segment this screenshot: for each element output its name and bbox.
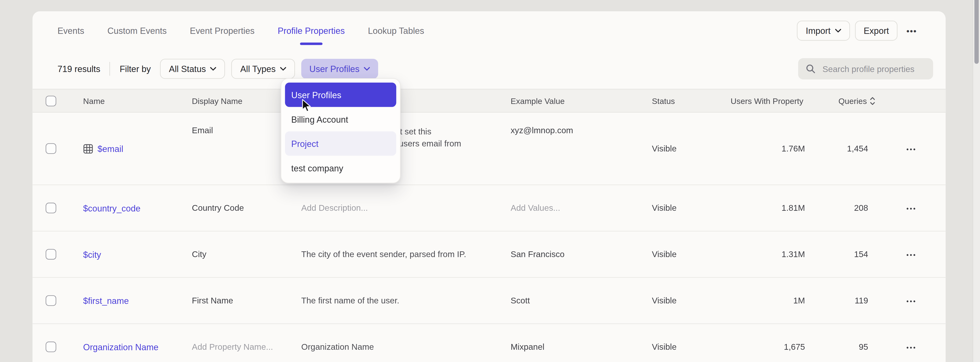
search-input[interactable] bbox=[821, 63, 926, 74]
table-body: $email Email The user's email. You must … bbox=[33, 113, 946, 362]
divider bbox=[110, 62, 110, 76]
property-name-link[interactable]: Organization Name bbox=[83, 342, 192, 352]
filter-by-label: Filter by bbox=[120, 64, 151, 74]
description-cell[interactable]: The first name of the user. bbox=[301, 295, 511, 306]
example-value-cell[interactable]: Scott bbox=[511, 296, 652, 305]
tab-event-properties[interactable]: Event Properties bbox=[190, 15, 255, 46]
status-cell[interactable]: Visible bbox=[652, 342, 730, 351]
property-name-link[interactable]: $city bbox=[83, 249, 192, 259]
search-box[interactable] bbox=[798, 58, 933, 80]
property-name: $city bbox=[83, 249, 101, 259]
property-name-link[interactable]: $email bbox=[83, 144, 192, 154]
table-row[interactable]: $first_name First Name The first name of… bbox=[33, 278, 946, 324]
dropdown-item-project[interactable]: Project bbox=[285, 131, 396, 156]
queries-cell: 154 bbox=[805, 250, 877, 259]
users-with-property-cell: 1M bbox=[730, 296, 805, 305]
status-cell[interactable]: Visible bbox=[652, 144, 730, 153]
row-more-button[interactable]: ••• bbox=[906, 205, 917, 212]
more-options-button[interactable]: ••• bbox=[903, 26, 921, 35]
table-row[interactable]: $email Email The user's email. You must … bbox=[33, 113, 946, 185]
property-name-link[interactable]: $first_name bbox=[83, 295, 192, 306]
scrollbar-thumb[interactable] bbox=[974, 0, 979, 64]
queries-cell: 119 bbox=[805, 296, 877, 305]
export-button[interactable]: Export bbox=[855, 21, 898, 41]
lookup-table-icon bbox=[83, 144, 93, 154]
col-header-users-with-property[interactable]: Users With Property bbox=[730, 96, 805, 105]
users-with-property-cell: 1.76M bbox=[730, 144, 805, 153]
tab-bar: Events Custom Events Event Properties Pr… bbox=[57, 15, 424, 46]
row-more-button[interactable]: ••• bbox=[906, 146, 917, 153]
row-more-button[interactable]: ••• bbox=[906, 298, 917, 305]
table-row[interactable]: Organization Name Add Property Name... O… bbox=[33, 324, 946, 362]
queries-cell: 1,454 bbox=[805, 144, 877, 153]
row-checkbox[interactable] bbox=[46, 295, 56, 306]
row-checkbox[interactable] bbox=[46, 341, 56, 352]
property-name-link[interactable]: $country_code bbox=[83, 203, 192, 213]
col-header-name[interactable]: Name bbox=[83, 96, 192, 105]
example-value-cell[interactable]: San Francisco bbox=[511, 250, 652, 259]
property-name: Organization Name bbox=[83, 342, 159, 352]
tab-events[interactable]: Events bbox=[57, 15, 84, 46]
import-button[interactable]: Import bbox=[797, 21, 850, 41]
col-header-example-value[interactable]: Example Value bbox=[511, 96, 652, 105]
row-checkbox[interactable] bbox=[46, 249, 56, 260]
tab-lookup-tables[interactable]: Lookup Tables bbox=[368, 15, 424, 46]
profile-properties-page: Events Custom Events Event Properties Pr… bbox=[0, 0, 980, 362]
row-checkbox[interactable] bbox=[46, 203, 56, 213]
description-cell[interactable]: Organization Name bbox=[301, 341, 511, 353]
chevron-down-icon bbox=[364, 67, 370, 71]
toolbar: Import Export ••• bbox=[797, 21, 921, 41]
col-header-status[interactable]: Status bbox=[652, 96, 730, 105]
status-cell[interactable]: Visible bbox=[652, 250, 730, 259]
table-row[interactable]: $city City The city of the event sender,… bbox=[33, 231, 946, 278]
example-value-cell[interactable]: Add Values... bbox=[511, 203, 652, 213]
example-value-cell[interactable]: xyz@lmnop.com bbox=[511, 113, 652, 135]
select-all-checkbox[interactable] bbox=[46, 95, 56, 106]
queries-cell: 95 bbox=[805, 342, 877, 351]
display-name-cell[interactable]: City bbox=[192, 250, 301, 259]
property-name: $first_name bbox=[83, 295, 129, 306]
row-more-button[interactable]: ••• bbox=[906, 252, 917, 258]
description-cell[interactable]: Add Description... bbox=[301, 202, 511, 214]
vertical-scrollbar[interactable] bbox=[972, 0, 980, 362]
sort-icon[interactable] bbox=[870, 97, 875, 105]
tab-custom-events[interactable]: Custom Events bbox=[107, 15, 167, 46]
content-card: Events Custom Events Event Properties Pr… bbox=[33, 11, 946, 362]
col-header-queries[interactable]: Queries bbox=[805, 96, 877, 105]
display-name-cell[interactable]: Country Code bbox=[192, 203, 301, 213]
row-more-button[interactable]: ••• bbox=[906, 344, 917, 351]
description-cell[interactable]: The city of the event sender, parsed fro… bbox=[301, 249, 511, 260]
group-filter-dropdown: User Profiles Billing Account Project te… bbox=[281, 78, 401, 183]
status-cell[interactable]: Visible bbox=[652, 296, 730, 305]
search-icon bbox=[806, 64, 816, 74]
mouse-cursor-icon bbox=[302, 99, 312, 115]
tabs-row: Events Custom Events Event Properties Pr… bbox=[33, 11, 946, 46]
chevron-down-icon bbox=[835, 29, 841, 33]
users-with-property-cell: 1.81M bbox=[730, 203, 805, 213]
property-name: $email bbox=[98, 144, 123, 154]
results-count: 719 results bbox=[57, 64, 100, 74]
table-header: Name Display Name Example Value Status U… bbox=[33, 89, 946, 113]
display-name-cell[interactable]: Add Property Name... bbox=[192, 342, 301, 351]
table-row[interactable]: $country_code Country Code Add Descripti… bbox=[33, 185, 946, 231]
chevron-down-icon bbox=[280, 67, 286, 71]
example-value-cell[interactable]: Mixpanel bbox=[511, 342, 652, 351]
group-filter-button[interactable]: User Profiles bbox=[301, 59, 378, 79]
chevron-down-icon bbox=[210, 67, 216, 71]
users-with-property-cell: 1.31M bbox=[730, 250, 805, 259]
dropdown-item-test-company[interactable]: test company bbox=[285, 156, 396, 180]
users-with-property-cell: 1,675 bbox=[730, 342, 805, 351]
property-name: $country_code bbox=[83, 203, 140, 213]
queries-cell: 208 bbox=[805, 203, 877, 213]
header-checkbox-cell bbox=[33, 95, 83, 106]
filter-row: 719 results Filter by All Status All Typ… bbox=[33, 58, 946, 80]
status-filter-button[interactable]: All Status bbox=[160, 59, 225, 79]
display-name-cell[interactable]: First Name bbox=[192, 296, 301, 305]
status-cell[interactable]: Visible bbox=[652, 203, 730, 213]
type-filter-button[interactable]: All Types bbox=[231, 59, 295, 79]
tab-profile-properties[interactable]: Profile Properties bbox=[278, 15, 345, 46]
row-checkbox[interactable] bbox=[46, 143, 56, 154]
